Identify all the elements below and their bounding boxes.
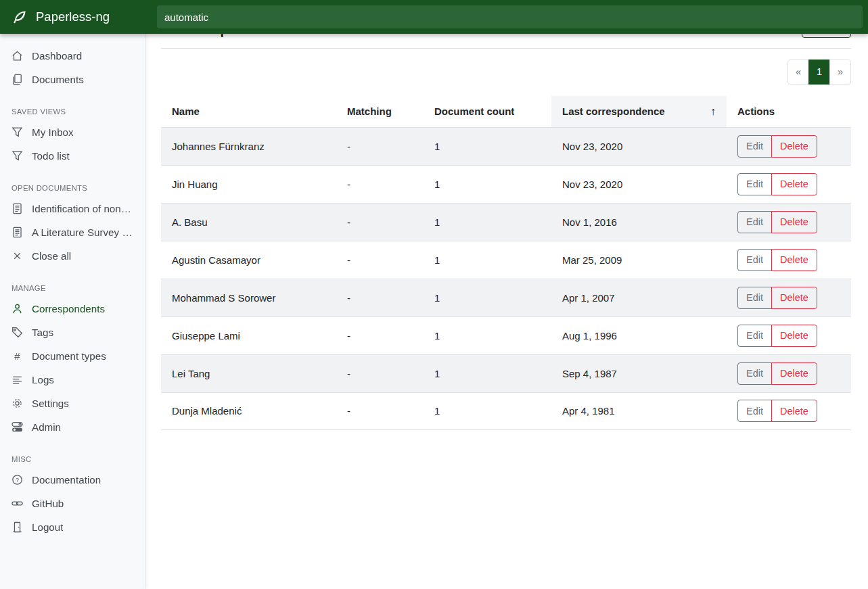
edit-button[interactable]: Edit xyxy=(737,173,772,195)
edit-button[interactable]: Edit xyxy=(737,400,772,422)
sidebar-item-settings[interactable]: Settings xyxy=(0,392,145,415)
table-row: Giuseppe Lami - 1 Aug 1, 1996 Edit Delet… xyxy=(161,316,851,354)
cell-name: A. Basu xyxy=(161,203,336,241)
edit-button[interactable]: Edit xyxy=(737,287,772,309)
cell-document-count: 1 xyxy=(424,165,551,203)
edit-button[interactable]: Edit xyxy=(737,249,772,271)
document-count-value: 1 xyxy=(434,292,440,304)
cell-matching: - xyxy=(336,392,424,430)
edit-button[interactable]: Edit xyxy=(737,325,772,347)
search-input[interactable] xyxy=(157,5,863,28)
row-actions: Edit Delete xyxy=(737,173,817,195)
last-correspondence-value: Nov 1, 2016 xyxy=(562,216,617,228)
close-icon xyxy=(12,250,23,262)
sidebar-item-admin[interactable]: Admin xyxy=(0,415,145,439)
sidebar-item-logs[interactable]: Logs xyxy=(0,368,145,392)
sidebar-item-documents[interactable]: Documents xyxy=(0,68,145,91)
cell-document-count: 1 xyxy=(424,279,551,316)
delete-button[interactable]: Delete xyxy=(771,362,817,385)
correspondents-table-body: Johannes Fürnkranz - 1 Nov 23, 2020 Edit… xyxy=(161,127,851,430)
sidebar-item-github[interactable]: GitHub xyxy=(0,492,145,515)
sidebar-item-label: Documents xyxy=(32,74,84,85)
link-icon xyxy=(12,498,23,509)
last-correspondence-value: Apr 1, 2007 xyxy=(562,292,615,304)
hash-icon: # xyxy=(12,350,23,362)
sidebar-item-label: Todo list xyxy=(32,150,70,162)
delete-button[interactable]: Delete xyxy=(771,211,817,233)
cell-actions: Edit Delete xyxy=(727,316,851,354)
pagination-prev[interactable]: « xyxy=(787,60,809,85)
delete-button[interactable]: Delete xyxy=(771,287,817,309)
last-correspondence-value: Mar 25, 2009 xyxy=(562,254,622,266)
column-header-last-correspondence[interactable]: Last correspondence ↑ xyxy=(551,96,727,127)
edit-button[interactable]: Edit xyxy=(737,211,772,233)
edit-button[interactable]: Edit xyxy=(737,135,772,158)
delete-button[interactable]: Delete xyxy=(771,325,817,347)
section-title-misc: MISC xyxy=(12,455,133,463)
section-title-manage: MANAGE xyxy=(12,284,133,292)
sidebar-item-close-all[interactable]: Close all xyxy=(0,244,145,268)
document-count-value: 1 xyxy=(434,179,440,190)
brand-link[interactable]: Paperless-ng xyxy=(0,9,145,25)
svg-text:?: ? xyxy=(16,477,19,484)
pagination: « 1 » xyxy=(787,60,851,85)
cell-name: Giuseppe Lami xyxy=(161,316,336,354)
sidebar-item-open-document-2[interactable]: A Literature Survey on ... xyxy=(0,220,145,244)
document-count-value: 1 xyxy=(434,330,440,341)
pagination-next[interactable]: » xyxy=(829,60,851,85)
cell-document-count: 1 xyxy=(424,127,551,165)
cell-matching: - xyxy=(336,354,424,392)
cell-matching: - xyxy=(336,316,424,354)
sidebar-item-logout[interactable]: Logout xyxy=(0,515,145,539)
matching-value: - xyxy=(347,254,350,266)
correspondent-name: A. Basu xyxy=(172,216,208,228)
matching-value: - xyxy=(347,405,350,417)
section-title-open-documents: OPEN DOCUMENTS xyxy=(12,184,133,192)
cell-name: Agustin Casamayor xyxy=(161,241,336,279)
cell-matching: - xyxy=(336,127,424,165)
last-correspondence-value: Aug 1, 1996 xyxy=(562,330,617,341)
cell-document-count: 1 xyxy=(424,354,551,392)
cell-matching: - xyxy=(336,203,424,241)
delete-button[interactable]: Delete xyxy=(771,249,817,271)
sidebar-item-my-inbox[interactable]: My Inbox xyxy=(0,120,145,144)
sidebar-item-todo-list[interactable]: Todo list xyxy=(0,144,145,168)
sidebar-item-correspondents[interactable]: Correspondents xyxy=(0,297,145,321)
cell-last-correspondence: Apr 1, 2007 xyxy=(551,279,727,316)
last-correspondence-value: Apr 4, 1981 xyxy=(562,405,615,417)
correspondent-name: Johannes Fürnkranz xyxy=(172,141,265,152)
correspondents-table: Name Matching Document count Last corres… xyxy=(161,96,851,430)
matching-value: - xyxy=(347,292,350,304)
question-circle-icon: ? xyxy=(12,474,23,486)
edit-button[interactable]: Edit xyxy=(737,362,772,385)
row-actions: Edit Delete xyxy=(737,287,817,309)
cell-name: Jin Huang xyxy=(161,165,336,203)
pagination-page-1[interactable]: 1 xyxy=(808,60,830,85)
sidebar-item-dashboard[interactable]: Dashboard xyxy=(0,44,145,68)
last-correspondence-value: Nov 23, 2020 xyxy=(562,141,622,152)
correspondent-name: Jin Huang xyxy=(172,179,218,190)
delete-button[interactable]: Delete xyxy=(771,135,817,158)
sidebar-item-label: Dashboard xyxy=(32,50,82,62)
gear-icon xyxy=(12,398,23,409)
delete-button[interactable]: Delete xyxy=(771,173,817,195)
document-count-value: 1 xyxy=(434,368,440,379)
sidebar-item-open-document-1[interactable]: Identification of non-fu... xyxy=(0,197,145,220)
cell-last-correspondence: Nov 23, 2020 xyxy=(551,127,727,165)
door-icon xyxy=(12,521,23,533)
sidebar-item-tags[interactable]: Tags xyxy=(0,321,145,344)
sidebar-item-documentation[interactable]: ? Documentation xyxy=(0,468,145,492)
table-row: A. Basu - 1 Nov 1, 2016 Edit Delete xyxy=(161,203,851,241)
column-header-name[interactable]: Name xyxy=(161,96,336,127)
row-actions: Edit Delete xyxy=(737,362,817,385)
table-row: Agustin Casamayor - 1 Mar 25, 2009 Edit … xyxy=(161,241,851,279)
sidebar-item-label: A Literature Survey on ... xyxy=(32,227,134,238)
column-header-document-count[interactable]: Document count xyxy=(424,96,551,127)
delete-button[interactable]: Delete xyxy=(771,400,817,422)
leaf-logo-icon xyxy=(12,9,27,25)
matching-value: - xyxy=(347,179,350,190)
sidebar-item-document-types[interactable]: # Document types xyxy=(0,344,145,368)
column-header-matching[interactable]: Matching xyxy=(336,96,424,127)
correspondent-name: Agustin Casamayor xyxy=(172,254,260,266)
sidebar-item-label: Logout xyxy=(32,521,63,533)
